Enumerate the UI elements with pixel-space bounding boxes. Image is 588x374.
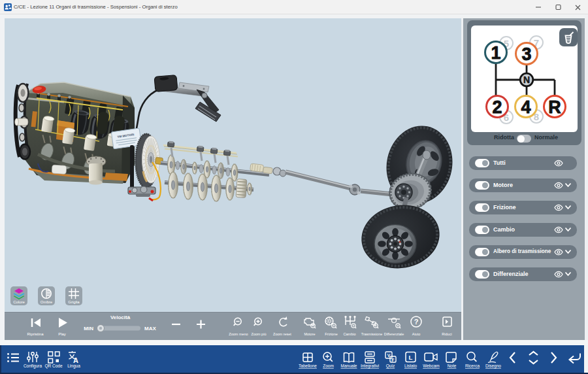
svg-text:Listato: Listato xyxy=(404,364,417,368)
svg-text:V: V xyxy=(387,353,391,358)
svg-text:Differenziale: Differenziale xyxy=(384,332,404,336)
svg-text:Ripristina: Ripristina xyxy=(27,332,44,336)
svg-text:Manuale: Manuale xyxy=(341,364,357,368)
svg-text:R: R xyxy=(548,97,561,117)
svg-text:Webcam: Webcam xyxy=(423,364,440,368)
svg-text:Tabellone: Tabellone xyxy=(299,364,317,368)
svg-text:Zoom: Zoom xyxy=(323,364,334,368)
svg-text:N: N xyxy=(523,75,530,85)
svg-text:QR Code: QR Code xyxy=(44,364,62,369)
svg-text:Lingua: Lingua xyxy=(67,364,80,369)
svg-text:Zoom meno: Zoom meno xyxy=(229,332,248,336)
svg-text:Cambio: Cambio xyxy=(344,332,356,336)
svg-text:L: L xyxy=(409,354,413,361)
svg-text:Motore: Motore xyxy=(304,332,315,336)
svg-text:Quiz: Quiz xyxy=(386,364,395,369)
svg-text:Zoom più: Zoom più xyxy=(252,332,267,336)
svg-text:?: ? xyxy=(414,318,419,326)
svg-text:Configura: Configura xyxy=(24,364,42,369)
svg-text:Note: Note xyxy=(448,364,457,368)
svg-text:MAX: MAX xyxy=(144,326,156,332)
svg-text:Ricerca: Ricerca xyxy=(465,364,480,368)
svg-text:4: 4 xyxy=(521,97,531,117)
svg-text:Play: Play xyxy=(58,332,66,336)
svg-text:2: 2 xyxy=(492,97,502,117)
svg-text:Trasmissione: Trasmissione xyxy=(361,332,383,336)
svg-text:1: 1 xyxy=(491,43,500,63)
svg-text:Riduci: Riduci xyxy=(442,332,451,336)
svg-text:MIN: MIN xyxy=(84,326,93,332)
svg-text:Disegno: Disegno xyxy=(485,364,501,369)
svg-text:Aiuto: Aiuto xyxy=(412,332,421,336)
svg-text:Zoom reset: Zoom reset xyxy=(273,332,291,336)
svg-text:Frizione: Frizione xyxy=(325,332,338,336)
svg-text:3: 3 xyxy=(521,44,531,64)
svg-text:Velocità: Velocità xyxy=(110,314,131,320)
svg-text:Integrativi: Integrativi xyxy=(361,364,379,369)
svg-text:F: F xyxy=(391,358,395,362)
